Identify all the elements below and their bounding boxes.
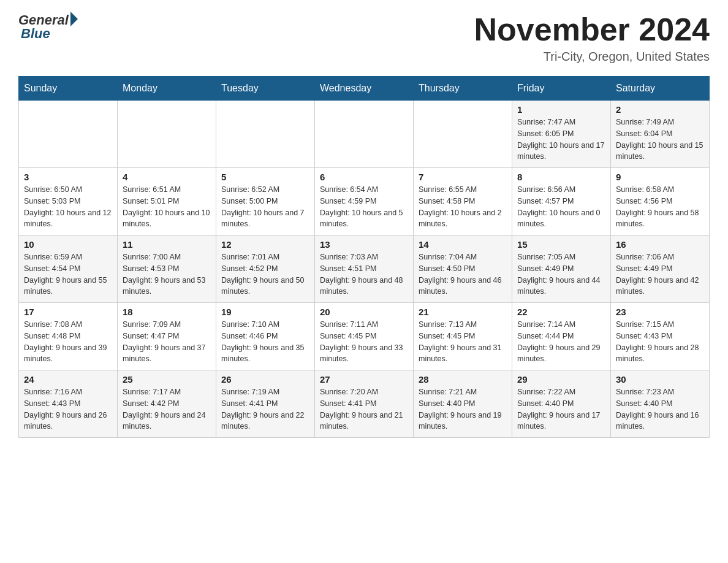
- day-number: 30: [616, 374, 704, 385]
- day-number: 23: [616, 307, 704, 317]
- day-number: 16: [616, 239, 704, 250]
- day-number: 20: [320, 307, 408, 317]
- header-cell-tuesday: Tuesday: [216, 77, 315, 101]
- day-info: Sunrise: 7:16 AMSunset: 4:43 PMDaylight:…: [24, 386, 112, 432]
- day-info: Sunrise: 7:21 AMSunset: 4:40 PMDaylight:…: [419, 386, 507, 432]
- calendar-cell: 20Sunrise: 7:11 AMSunset: 4:45 PMDayligh…: [315, 303, 414, 370]
- day-info: Sunrise: 7:22 AMSunset: 4:40 PMDaylight:…: [517, 386, 605, 432]
- day-info: Sunrise: 7:15 AMSunset: 4:43 PMDaylight:…: [616, 319, 704, 365]
- calendar-cell: 12Sunrise: 7:01 AMSunset: 4:52 PMDayligh…: [216, 236, 315, 303]
- day-info: Sunrise: 6:51 AMSunset: 5:01 PMDaylight:…: [123, 184, 211, 230]
- day-number: 14: [419, 239, 507, 250]
- header-cell-monday: Monday: [118, 77, 216, 101]
- day-info: Sunrise: 7:05 AMSunset: 4:49 PMDaylight:…: [517, 251, 605, 297]
- week-row-1: 1Sunrise: 7:47 AMSunset: 6:05 PMDaylight…: [19, 101, 710, 168]
- day-number: 21: [419, 307, 507, 317]
- logo-blue-text: Blue: [21, 26, 50, 42]
- calendar-cell: 29Sunrise: 7:22 AMSunset: 4:40 PMDayligh…: [512, 370, 611, 438]
- week-row-2: 3Sunrise: 6:50 AMSunset: 5:03 PMDaylight…: [19, 168, 710, 236]
- day-info: Sunrise: 7:17 AMSunset: 4:42 PMDaylight:…: [123, 386, 211, 432]
- calendar-cell: 30Sunrise: 7:23 AMSunset: 4:40 PMDayligh…: [611, 370, 710, 438]
- day-number: 26: [221, 374, 309, 385]
- week-row-3: 10Sunrise: 6:59 AMSunset: 4:54 PMDayligh…: [19, 236, 710, 303]
- day-info: Sunrise: 7:08 AMSunset: 4:48 PMDaylight:…: [24, 319, 112, 365]
- calendar-cell: 17Sunrise: 7:08 AMSunset: 4:48 PMDayligh…: [19, 303, 118, 370]
- day-info: Sunrise: 6:59 AMSunset: 4:54 PMDaylight:…: [24, 251, 112, 297]
- calendar-cell: 18Sunrise: 7:09 AMSunset: 4:47 PMDayligh…: [118, 303, 216, 370]
- header-cell-friday: Friday: [512, 77, 611, 101]
- week-row-4: 17Sunrise: 7:08 AMSunset: 4:48 PMDayligh…: [19, 303, 710, 370]
- day-info: Sunrise: 6:58 AMSunset: 4:56 PMDaylight:…: [616, 184, 704, 230]
- calendar-cell: 8Sunrise: 6:56 AMSunset: 4:57 PMDaylight…: [512, 168, 611, 236]
- calendar-cell: [414, 101, 512, 168]
- header-row: SundayMondayTuesdayWednesdayThursdayFrid…: [19, 77, 710, 101]
- calendar-cell: 22Sunrise: 7:14 AMSunset: 4:44 PMDayligh…: [512, 303, 611, 370]
- calendar-cell: 15Sunrise: 7:05 AMSunset: 4:49 PMDayligh…: [512, 236, 611, 303]
- day-info: Sunrise: 7:20 AMSunset: 4:41 PMDaylight:…: [320, 386, 408, 432]
- day-number: 18: [123, 307, 211, 317]
- day-number: 19: [221, 307, 309, 317]
- calendar-cell: 25Sunrise: 7:17 AMSunset: 4:42 PMDayligh…: [118, 370, 216, 438]
- calendar-cell: 10Sunrise: 6:59 AMSunset: 4:54 PMDayligh…: [19, 236, 118, 303]
- day-number: 13: [320, 239, 408, 250]
- calendar-cell: 26Sunrise: 7:19 AMSunset: 4:41 PMDayligh…: [216, 370, 315, 438]
- day-number: 7: [419, 172, 507, 182]
- calendar-cell: 16Sunrise: 7:06 AMSunset: 4:49 PMDayligh…: [611, 236, 710, 303]
- calendar-table: SundayMondayTuesdayWednesdayThursdayFrid…: [18, 76, 710, 438]
- calendar-cell: 28Sunrise: 7:21 AMSunset: 4:40 PMDayligh…: [414, 370, 512, 438]
- day-number: 1: [517, 104, 605, 115]
- title-section: November 2024 Tri-City, Oregon, United S…: [474, 12, 710, 64]
- day-number: 12: [221, 239, 309, 250]
- calendar-cell: 27Sunrise: 7:20 AMSunset: 4:41 PMDayligh…: [315, 370, 414, 438]
- calendar-cell: 3Sunrise: 6:50 AMSunset: 5:03 PMDaylight…: [19, 168, 118, 236]
- day-info: Sunrise: 7:23 AMSunset: 4:40 PMDaylight:…: [616, 386, 704, 432]
- day-info: Sunrise: 7:19 AMSunset: 4:41 PMDaylight:…: [221, 386, 309, 432]
- day-number: 2: [616, 104, 704, 115]
- day-number: 15: [517, 239, 605, 250]
- calendar-cell: [118, 101, 216, 168]
- day-number: 28: [419, 374, 507, 385]
- day-info: Sunrise: 7:00 AMSunset: 4:53 PMDaylight:…: [123, 251, 211, 297]
- day-info: Sunrise: 6:50 AMSunset: 5:03 PMDaylight:…: [24, 184, 112, 230]
- day-info: Sunrise: 7:10 AMSunset: 4:46 PMDaylight:…: [221, 319, 309, 365]
- calendar-cell: [315, 101, 414, 168]
- day-info: Sunrise: 6:54 AMSunset: 4:59 PMDaylight:…: [320, 184, 408, 230]
- calendar-header: SundayMondayTuesdayWednesdayThursdayFrid…: [19, 77, 710, 101]
- calendar-cell: [216, 101, 315, 168]
- calendar-cell: 24Sunrise: 7:16 AMSunset: 4:43 PMDayligh…: [19, 370, 118, 438]
- calendar-cell: 4Sunrise: 6:51 AMSunset: 5:01 PMDaylight…: [118, 168, 216, 236]
- header-cell-thursday: Thursday: [414, 77, 512, 101]
- day-number: 9: [616, 172, 704, 182]
- day-number: 5: [221, 172, 309, 182]
- header-cell-sunday: Sunday: [19, 77, 118, 101]
- day-number: 24: [24, 374, 112, 385]
- day-number: 11: [123, 239, 211, 250]
- location-title: Tri-City, Oregon, United States: [474, 50, 710, 64]
- day-info: Sunrise: 7:47 AMSunset: 6:05 PMDaylight:…: [517, 117, 605, 163]
- calendar-cell: 9Sunrise: 6:58 AMSunset: 4:56 PMDaylight…: [611, 168, 710, 236]
- calendar-cell: 11Sunrise: 7:00 AMSunset: 4:53 PMDayligh…: [118, 236, 216, 303]
- logo-arrow-icon: [70, 12, 78, 26]
- day-number: 6: [320, 172, 408, 182]
- day-number: 10: [24, 239, 112, 250]
- day-number: 4: [123, 172, 211, 182]
- calendar-cell: 13Sunrise: 7:03 AMSunset: 4:51 PMDayligh…: [315, 236, 414, 303]
- calendar-cell: 14Sunrise: 7:04 AMSunset: 4:50 PMDayligh…: [414, 236, 512, 303]
- calendar-cell: 23Sunrise: 7:15 AMSunset: 4:43 PMDayligh…: [611, 303, 710, 370]
- day-number: 25: [123, 374, 211, 385]
- day-info: Sunrise: 7:13 AMSunset: 4:45 PMDaylight:…: [419, 319, 507, 365]
- day-info: Sunrise: 6:55 AMSunset: 4:58 PMDaylight:…: [419, 184, 507, 230]
- day-info: Sunrise: 7:01 AMSunset: 4:52 PMDaylight:…: [221, 251, 309, 297]
- header-cell-wednesday: Wednesday: [315, 77, 414, 101]
- day-info: Sunrise: 6:56 AMSunset: 4:57 PMDaylight:…: [517, 184, 605, 230]
- page-header: General Blue November 2024 Tri-City, Ore…: [18, 12, 710, 64]
- day-info: Sunrise: 7:49 AMSunset: 6:04 PMDaylight:…: [616, 117, 704, 163]
- day-info: Sunrise: 7:14 AMSunset: 4:44 PMDaylight:…: [517, 319, 605, 365]
- calendar-cell: 19Sunrise: 7:10 AMSunset: 4:46 PMDayligh…: [216, 303, 315, 370]
- calendar-cell: [19, 101, 118, 168]
- week-row-5: 24Sunrise: 7:16 AMSunset: 4:43 PMDayligh…: [19, 370, 710, 438]
- day-number: 22: [517, 307, 605, 317]
- day-info: Sunrise: 7:04 AMSunset: 4:50 PMDaylight:…: [419, 251, 507, 297]
- day-number: 17: [24, 307, 112, 317]
- day-info: Sunrise: 6:52 AMSunset: 5:00 PMDaylight:…: [221, 184, 309, 230]
